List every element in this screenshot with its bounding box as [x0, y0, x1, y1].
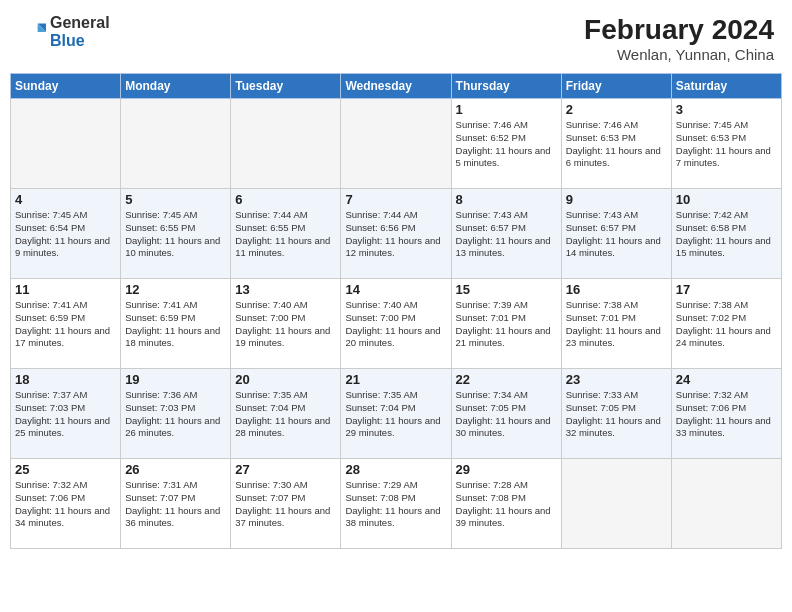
- calendar-cell: [11, 99, 121, 189]
- day-number: 11: [15, 282, 116, 297]
- calendar-cell: [231, 99, 341, 189]
- day-info: Sunrise: 7:29 AM Sunset: 7:08 PM Dayligh…: [345, 479, 446, 530]
- calendar-subtitle: Wenlan, Yunnan, China: [584, 46, 774, 63]
- day-info: Sunrise: 7:39 AM Sunset: 7:01 PM Dayligh…: [456, 299, 557, 350]
- day-number: 25: [15, 462, 116, 477]
- day-info: Sunrise: 7:36 AM Sunset: 7:03 PM Dayligh…: [125, 389, 226, 440]
- day-info: Sunrise: 7:46 AM Sunset: 6:52 PM Dayligh…: [456, 119, 557, 170]
- day-number: 1: [456, 102, 557, 117]
- calendar-cell: 5Sunrise: 7:45 AM Sunset: 6:55 PM Daylig…: [121, 189, 231, 279]
- day-info: Sunrise: 7:42 AM Sunset: 6:58 PM Dayligh…: [676, 209, 777, 260]
- day-info: Sunrise: 7:31 AM Sunset: 7:07 PM Dayligh…: [125, 479, 226, 530]
- day-info: Sunrise: 7:32 AM Sunset: 7:06 PM Dayligh…: [676, 389, 777, 440]
- day-info: Sunrise: 7:44 AM Sunset: 6:56 PM Dayligh…: [345, 209, 446, 260]
- weekday-header-wednesday: Wednesday: [341, 74, 451, 99]
- day-number: 6: [235, 192, 336, 207]
- calendar-cell: 29Sunrise: 7:28 AM Sunset: 7:08 PM Dayli…: [451, 459, 561, 549]
- weekday-header-monday: Monday: [121, 74, 231, 99]
- day-number: 16: [566, 282, 667, 297]
- calendar-cell: 22Sunrise: 7:34 AM Sunset: 7:05 PM Dayli…: [451, 369, 561, 459]
- logo: General Blue: [18, 14, 110, 50]
- calendar-cell: [561, 459, 671, 549]
- calendar-cell: 18Sunrise: 7:37 AM Sunset: 7:03 PM Dayli…: [11, 369, 121, 459]
- calendar-week-row: 4Sunrise: 7:45 AM Sunset: 6:54 PM Daylig…: [11, 189, 782, 279]
- day-info: Sunrise: 7:40 AM Sunset: 7:00 PM Dayligh…: [235, 299, 336, 350]
- day-info: Sunrise: 7:46 AM Sunset: 6:53 PM Dayligh…: [566, 119, 667, 170]
- day-number: 8: [456, 192, 557, 207]
- calendar-cell: 7Sunrise: 7:44 AM Sunset: 6:56 PM Daylig…: [341, 189, 451, 279]
- calendar-cell: 17Sunrise: 7:38 AM Sunset: 7:02 PM Dayli…: [671, 279, 781, 369]
- logo-icon: [18, 18, 46, 46]
- day-number: 15: [456, 282, 557, 297]
- day-number: 20: [235, 372, 336, 387]
- day-number: 9: [566, 192, 667, 207]
- calendar-table: SundayMondayTuesdayWednesdayThursdayFrid…: [10, 73, 782, 549]
- day-info: Sunrise: 7:34 AM Sunset: 7:05 PM Dayligh…: [456, 389, 557, 440]
- calendar-cell: 11Sunrise: 7:41 AM Sunset: 6:59 PM Dayli…: [11, 279, 121, 369]
- calendar-cell: 27Sunrise: 7:30 AM Sunset: 7:07 PM Dayli…: [231, 459, 341, 549]
- day-info: Sunrise: 7:28 AM Sunset: 7:08 PM Dayligh…: [456, 479, 557, 530]
- calendar-week-row: 11Sunrise: 7:41 AM Sunset: 6:59 PM Dayli…: [11, 279, 782, 369]
- day-number: 7: [345, 192, 446, 207]
- calendar-cell: 19Sunrise: 7:36 AM Sunset: 7:03 PM Dayli…: [121, 369, 231, 459]
- day-number: 12: [125, 282, 226, 297]
- calendar-cell: 13Sunrise: 7:40 AM Sunset: 7:00 PM Dayli…: [231, 279, 341, 369]
- day-info: Sunrise: 7:38 AM Sunset: 7:01 PM Dayligh…: [566, 299, 667, 350]
- day-number: 24: [676, 372, 777, 387]
- day-info: Sunrise: 7:45 AM Sunset: 6:55 PM Dayligh…: [125, 209, 226, 260]
- calendar-cell: 28Sunrise: 7:29 AM Sunset: 7:08 PM Dayli…: [341, 459, 451, 549]
- calendar-title: February 2024: [584, 14, 774, 46]
- day-info: Sunrise: 7:44 AM Sunset: 6:55 PM Dayligh…: [235, 209, 336, 260]
- day-number: 10: [676, 192, 777, 207]
- day-number: 21: [345, 372, 446, 387]
- day-info: Sunrise: 7:37 AM Sunset: 7:03 PM Dayligh…: [15, 389, 116, 440]
- day-info: Sunrise: 7:30 AM Sunset: 7:07 PM Dayligh…: [235, 479, 336, 530]
- calendar-cell: 10Sunrise: 7:42 AM Sunset: 6:58 PM Dayli…: [671, 189, 781, 279]
- day-info: Sunrise: 7:41 AM Sunset: 6:59 PM Dayligh…: [15, 299, 116, 350]
- day-number: 13: [235, 282, 336, 297]
- calendar-cell: [121, 99, 231, 189]
- logo-blue-text: Blue: [50, 32, 110, 50]
- calendar-cell: 24Sunrise: 7:32 AM Sunset: 7:06 PM Dayli…: [671, 369, 781, 459]
- calendar-cell: 23Sunrise: 7:33 AM Sunset: 7:05 PM Dayli…: [561, 369, 671, 459]
- day-number: 19: [125, 372, 226, 387]
- calendar-cell: 21Sunrise: 7:35 AM Sunset: 7:04 PM Dayli…: [341, 369, 451, 459]
- calendar-cell: 20Sunrise: 7:35 AM Sunset: 7:04 PM Dayli…: [231, 369, 341, 459]
- calendar-cell: [671, 459, 781, 549]
- day-number: 5: [125, 192, 226, 207]
- weekday-header-sunday: Sunday: [11, 74, 121, 99]
- calendar-cell: [341, 99, 451, 189]
- day-number: 23: [566, 372, 667, 387]
- day-info: Sunrise: 7:35 AM Sunset: 7:04 PM Dayligh…: [345, 389, 446, 440]
- calendar-cell: 26Sunrise: 7:31 AM Sunset: 7:07 PM Dayli…: [121, 459, 231, 549]
- calendar-cell: 25Sunrise: 7:32 AM Sunset: 7:06 PM Dayli…: [11, 459, 121, 549]
- calendar-cell: 3Sunrise: 7:45 AM Sunset: 6:53 PM Daylig…: [671, 99, 781, 189]
- calendar-week-row: 1Sunrise: 7:46 AM Sunset: 6:52 PM Daylig…: [11, 99, 782, 189]
- weekday-header-thursday: Thursday: [451, 74, 561, 99]
- page-header: General Blue February 2024 Wenlan, Yunna…: [10, 10, 782, 67]
- weekday-header-saturday: Saturday: [671, 74, 781, 99]
- calendar-cell: 2Sunrise: 7:46 AM Sunset: 6:53 PM Daylig…: [561, 99, 671, 189]
- calendar-cell: 16Sunrise: 7:38 AM Sunset: 7:01 PM Dayli…: [561, 279, 671, 369]
- day-info: Sunrise: 7:33 AM Sunset: 7:05 PM Dayligh…: [566, 389, 667, 440]
- calendar-cell: 1Sunrise: 7:46 AM Sunset: 6:52 PM Daylig…: [451, 99, 561, 189]
- title-block: February 2024 Wenlan, Yunnan, China: [584, 14, 774, 63]
- day-number: 29: [456, 462, 557, 477]
- calendar-cell: 9Sunrise: 7:43 AM Sunset: 6:57 PM Daylig…: [561, 189, 671, 279]
- day-info: Sunrise: 7:43 AM Sunset: 6:57 PM Dayligh…: [456, 209, 557, 260]
- day-number: 18: [15, 372, 116, 387]
- calendar-cell: 4Sunrise: 7:45 AM Sunset: 6:54 PM Daylig…: [11, 189, 121, 279]
- day-info: Sunrise: 7:40 AM Sunset: 7:00 PM Dayligh…: [345, 299, 446, 350]
- day-info: Sunrise: 7:43 AM Sunset: 6:57 PM Dayligh…: [566, 209, 667, 260]
- day-info: Sunrise: 7:45 AM Sunset: 6:53 PM Dayligh…: [676, 119, 777, 170]
- day-info: Sunrise: 7:32 AM Sunset: 7:06 PM Dayligh…: [15, 479, 116, 530]
- day-number: 2: [566, 102, 667, 117]
- day-number: 26: [125, 462, 226, 477]
- calendar-cell: 15Sunrise: 7:39 AM Sunset: 7:01 PM Dayli…: [451, 279, 561, 369]
- weekday-header-friday: Friday: [561, 74, 671, 99]
- calendar-cell: 8Sunrise: 7:43 AM Sunset: 6:57 PM Daylig…: [451, 189, 561, 279]
- day-number: 22: [456, 372, 557, 387]
- day-info: Sunrise: 7:45 AM Sunset: 6:54 PM Dayligh…: [15, 209, 116, 260]
- calendar-cell: 12Sunrise: 7:41 AM Sunset: 6:59 PM Dayli…: [121, 279, 231, 369]
- calendar-cell: 14Sunrise: 7:40 AM Sunset: 7:00 PM Dayli…: [341, 279, 451, 369]
